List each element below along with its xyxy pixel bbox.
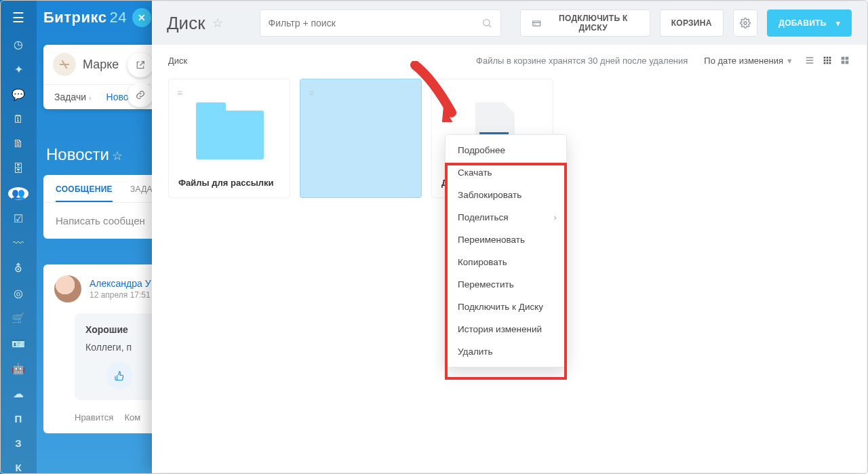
svg-rect-10 [827, 62, 829, 64]
search-box[interactable] [260, 9, 501, 37]
svg-rect-4 [827, 57, 829, 59]
svg-rect-9 [824, 62, 826, 64]
svg-rect-12 [842, 57, 845, 60]
link-icon[interactable] [127, 83, 153, 107]
disk-topbar: Диск ☆ ПОДКЛЮЧИТЬ К ДИСКУ КОРЗИНА ДОБАВИ… [152, 1, 867, 45]
rail-letter-p[interactable]: П [8, 412, 28, 424]
sort-dropdown[interactable]: По дате изменения ▾ [704, 56, 792, 66]
context-menu-item[interactable]: Копировать [446, 251, 566, 273]
svg-rect-7 [827, 60, 829, 62]
brand-text-b: 24 [110, 9, 127, 26]
view-list-icon[interactable] [804, 55, 815, 66]
trash-button[interactable]: КОРЗИНА [660, 9, 724, 37]
rail-icon-id[interactable]: 🪪 [8, 337, 28, 350]
context-menu-item[interactable]: Скачать [446, 161, 566, 184]
star-icon[interactable]: ☆ [212, 16, 223, 31]
file-tile-folder[interactable]: ≡ Файлы для рассылки [168, 79, 290, 198]
rail-icon-clock[interactable]: ◷ [8, 38, 28, 51]
post-comment-link[interactable]: Ком [124, 412, 140, 422]
svg-rect-11 [829, 62, 831, 64]
post-title: Хорошие [85, 324, 144, 335]
rail-icon-android[interactable]: 🤖 [8, 362, 28, 375]
rail-icon-pulse[interactable]: 〰 [8, 237, 28, 250]
star-icon: ☆ [112, 149, 123, 163]
disk-panel: Диск ☆ ПОДКЛЮЧИТЬ К ДИСКУ КОРЗИНА ДОБАВИ… [152, 1, 867, 473]
background-app: ☰ ◷ ✦ 💬 🗓 🗎 🗄 👥 ☑ 〰 ⛢ ◎ 🛒 🪪 🤖 ☁ П З К Би… [0, 0, 152, 474]
disk-title: Диск ☆ [167, 13, 223, 34]
avatar [54, 275, 81, 302]
compose-placeholder[interactable]: Написать сообщен [43, 203, 165, 239]
chevron-down-icon: ▾ [787, 56, 792, 66]
rail-letter-z[interactable]: З [8, 437, 28, 449]
view-grid-large-icon[interactable] [840, 55, 850, 66]
svg-rect-5 [829, 57, 831, 59]
compose-tab-message[interactable]: СООБЩЕНИЕ [56, 184, 113, 202]
settings-button[interactable] [733, 9, 758, 37]
rail-icon-group[interactable]: 👥 [8, 187, 28, 200]
tile-name: Файлы для рассылки [178, 178, 274, 188]
search-input[interactable] [269, 18, 481, 28]
svg-rect-8 [829, 60, 831, 62]
rail-icon-calendar[interactable]: 🗓 [8, 113, 28, 125]
post-body: Коллеги, п [85, 342, 144, 353]
svg-rect-15 [846, 61, 849, 64]
news-heading: Новости☆ [46, 145, 123, 164]
drag-icon[interactable]: ≡ [309, 87, 314, 98]
bg-post: Александра У 12 апреля 17:51 Хорошие Кол… [43, 264, 165, 433]
view-grid-small-icon[interactable] [822, 55, 833, 66]
chevron-down-icon: ▾ [836, 19, 840, 28]
view-toggle [804, 55, 850, 66]
rail-icon-chat[interactable]: 💬 [8, 88, 28, 101]
market-avatar [53, 53, 76, 76]
svg-rect-6 [824, 60, 826, 62]
folder-icon [196, 111, 264, 159]
close-icon[interactable]: ✕ [132, 8, 151, 27]
context-menu-item[interactable]: Переместить [446, 273, 566, 296]
post-author[interactable]: Александра У [90, 278, 151, 289]
svg-rect-1 [532, 21, 540, 26]
svg-point-2 [744, 22, 747, 24]
context-menu-item[interactable]: Заблокировать [446, 184, 566, 206]
svg-rect-3 [824, 57, 826, 59]
left-rail: ☰ ◷ ✦ 💬 🗓 🗎 🗄 👥 ☑ 〰 ⛢ ◎ 🛒 🪪 🤖 ☁ П З К [0, 0, 37, 474]
add-button[interactable]: ДОБАВИТЬ▾ [767, 9, 852, 37]
search-icon[interactable] [481, 18, 492, 28]
disk-subbar: Диск Файлы в корзине хранятся 30 дней по… [152, 45, 867, 76]
rail-icon-check[interactable]: ☑ [8, 212, 28, 225]
rail-icon-doc[interactable]: 🗎 [8, 138, 28, 150]
rail-icon-star[interactable]: ✦ [8, 63, 28, 76]
bg-compose-card: СООБЩЕНИЕ ЗАДАЧ Написать сообщен [43, 175, 165, 239]
post-time: 12 апреля 17:51 [90, 290, 151, 300]
trash-hint: Файлы в корзине хранятся 30 дней после у… [476, 56, 688, 66]
rail-icon-cloud[interactable]: ☁ [8, 387, 28, 400]
bg-tab-tasks[interactable]: Задачи › [54, 92, 92, 102]
context-menu-item[interactable]: История изменений [446, 318, 566, 340]
rail-icon-cart[interactable]: 🛒 [8, 312, 28, 325]
brand-text-a: Битрикс [43, 9, 107, 26]
svg-point-0 [483, 20, 489, 26]
market-title: Марке [83, 58, 119, 72]
svg-rect-14 [842, 61, 845, 64]
drag-icon[interactable]: ≡ [440, 87, 446, 98]
file-tile-folder-selected[interactable]: ≡ [300, 79, 422, 198]
context-menu-item[interactable]: Подключить к Диску [446, 296, 566, 318]
brand: Битрикс 24 ✕ [37, 0, 152, 35]
context-menu-item[interactable]: Подробнее [446, 139, 566, 161]
menu-icon[interactable]: ☰ [8, 9, 28, 26]
svg-rect-13 [846, 57, 849, 60]
rail-icon-filter[interactable]: ⛢ [8, 262, 28, 275]
breadcrumb[interactable]: Диск [168, 56, 187, 66]
like-button[interactable] [106, 362, 133, 389]
context-menu-item[interactable]: Поделиться [446, 206, 566, 229]
drag-icon[interactable]: ≡ [177, 87, 182, 98]
context-menu-item[interactable]: Удалить [446, 340, 566, 363]
rail-icon-target[interactable]: ◎ [8, 287, 28, 300]
context-menu: ПодробнееСкачатьЗаблокироватьПоделитьсяП… [445, 134, 567, 368]
external-link-icon[interactable] [127, 53, 153, 77]
rail-icon-box[interactable]: 🗄 [8, 163, 28, 175]
context-menu-item[interactable]: Переименовать [446, 229, 566, 251]
post-like-link[interactable]: Нравится [75, 412, 113, 422]
connect-disk-button[interactable]: ПОДКЛЮЧИТЬ К ДИСКУ [520, 9, 650, 37]
rail-letter-k[interactable]: К [8, 462, 28, 474]
